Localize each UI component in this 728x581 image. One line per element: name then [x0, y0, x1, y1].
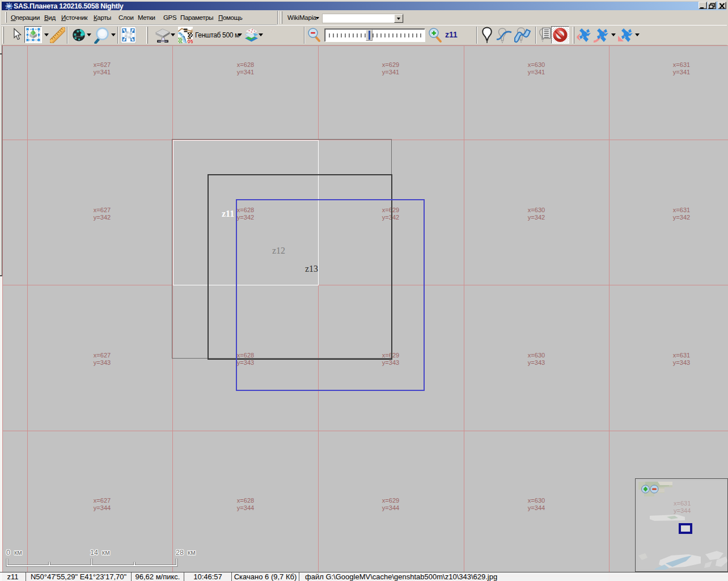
svg-text:x=631: x=631 [674, 500, 691, 507]
svg-text:05: 05 [188, 38, 193, 44]
svg-text:y=344: y=344 [674, 507, 691, 514]
